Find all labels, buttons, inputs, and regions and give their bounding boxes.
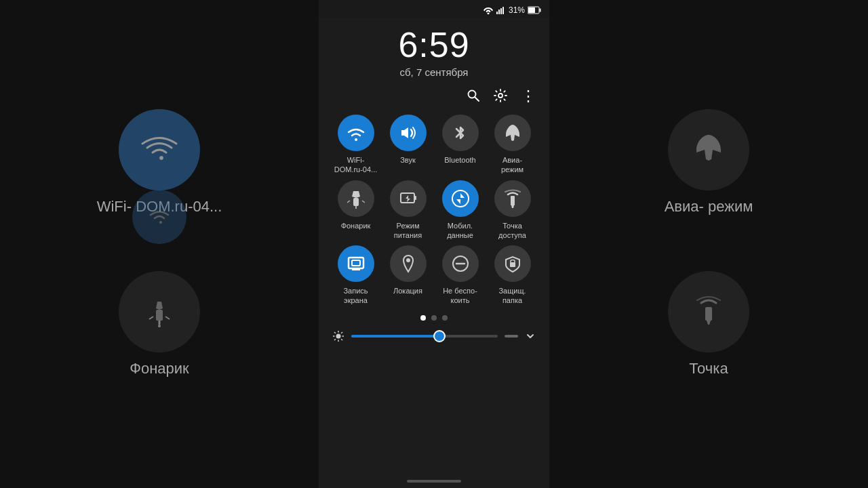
bg-airplane-icon [668,109,749,190]
tile-bluetooth[interactable]: Bluetooth [437,115,484,175]
more-button[interactable]: ⋮ [521,89,536,104]
wifi-icon [338,115,374,151]
date-display: сб, 7 сентября [330,66,538,78]
dnd-icon [442,245,479,282]
bg-airplane-label: Авиа- режим [665,197,753,217]
tile-dnd[interactable]: Не беспо-коить [437,245,484,306]
search-button[interactable] [467,89,480,104]
tile-wifi[interactable]: WiFi-DOM.ru-04... [332,115,379,175]
status-icons: 31% [483,5,541,15]
airplane-label: Авиа-режим [501,155,524,175]
svg-point-21 [452,190,469,207]
svg-point-30 [336,333,341,338]
location-icon [390,245,427,282]
bottom-bar [319,474,549,488]
svg-point-13 [498,94,502,98]
svg-rect-0 [156,310,163,321]
dot-2[interactable] [431,315,437,321]
tile-airplane[interactable]: Авиа-режим [489,115,536,175]
svg-rect-5 [498,9,500,14]
time-section: 6:59 сб, 7 сентября [330,18,538,89]
tile-flashlight[interactable]: Фонарик [332,180,379,241]
secure-folder-icon [494,245,531,282]
home-indicator[interactable] [407,480,461,483]
sound-icon [390,115,427,151]
battery-text: 31% [509,5,525,15]
location-label: Локация [393,286,422,296]
svg-rect-20 [414,196,416,200]
bg-flashlight-icon [119,271,200,352]
svg-line-36 [341,339,342,340]
action-icons-row: ⋮ [330,89,538,115]
brightness-icon [332,330,344,342]
battery-saver-label: Режимпитания [394,221,422,241]
flashlight-icon [338,180,374,217]
svg-rect-23 [349,258,363,268]
screen-record-icon [338,245,374,282]
svg-rect-6 [500,8,502,14]
battery-saver-icon [390,180,427,217]
tile-hotspot[interactable]: Точкадоступа [489,180,536,241]
settings-button[interactable] [494,89,507,104]
svg-rect-25 [352,260,360,266]
bg-hotspot-icon [668,271,749,352]
tile-battery-saver[interactable]: Режимпитания [384,180,431,241]
brightness-slider[interactable] [351,335,498,338]
brightness-thumb[interactable] [433,330,446,342]
svg-rect-15 [353,198,359,206]
pagination-dots [330,306,538,327]
svg-point-3 [487,13,489,15]
svg-point-14 [355,138,357,141]
bg-flashlight-label: Фонарик [130,359,189,379]
tiles-grid: WiFi-DOM.ru-04... Звук [330,115,538,306]
bg-right-panel: Авиа- режим Точка [549,0,868,488]
tile-secure-folder[interactable]: Защищ.папка [489,245,536,306]
svg-rect-22 [511,196,515,205]
svg-point-26 [406,258,410,262]
bg-wifi-icon [119,109,200,190]
bg-left-tiles [0,190,319,248]
svg-point-1 [158,325,161,327]
tile-location[interactable]: Локация [384,245,431,306]
secure-folder-label: Защищ.папка [498,286,526,306]
status-bar: 31% [319,0,549,18]
bluetooth-icon [442,115,479,151]
tile-sound[interactable]: Звук [384,115,431,175]
svg-line-18 [362,201,365,203]
wifi-label: WiFi-DOM.ru-04... [334,155,378,175]
hotspot-label: Точкадоступа [498,221,526,241]
flashlight-label: Фонарик [341,221,371,230]
screen-record-label: Записьэкрана [343,286,368,306]
svg-rect-9 [540,9,541,12]
brightness-chevron[interactable] [525,331,536,342]
bg-hotspot-label: Точка [689,359,728,379]
dnd-label: Не беспо-коить [443,286,477,306]
mobile-data-icon [442,180,479,217]
sound-label: Звук [400,155,416,165]
brightness-row [330,327,538,345]
tile-screen-record[interactable]: Записьэкрана [332,245,379,306]
bluetooth-label: Bluetooth [444,155,475,165]
svg-rect-7 [502,7,504,14]
hotspot-icon [494,180,531,217]
svg-rect-10 [528,7,535,13]
svg-line-38 [334,339,336,340]
tile-mobile-data[interactable]: Мобил.данные [437,180,484,241]
svg-line-35 [334,332,336,333]
brightness-fill [351,335,439,338]
time-display: 6:59 [330,24,538,65]
svg-rect-2 [705,307,712,321]
svg-rect-29 [510,262,515,267]
svg-line-17 [347,201,350,203]
svg-line-37 [341,332,342,333]
dot-1[interactable] [420,315,426,321]
svg-rect-4 [496,12,498,14]
svg-line-12 [475,97,479,101]
notification-panel: 6:59 сб, 7 сентября ⋮ [319,18,549,474]
phone-frame: 31% 6:59 сб, 7 сентября [319,0,549,488]
brightness-slider-end [505,335,518,338]
dot-3[interactable] [442,315,448,321]
airplane-icon [494,115,531,151]
mobile-data-label: Мобил.данные [447,221,473,241]
